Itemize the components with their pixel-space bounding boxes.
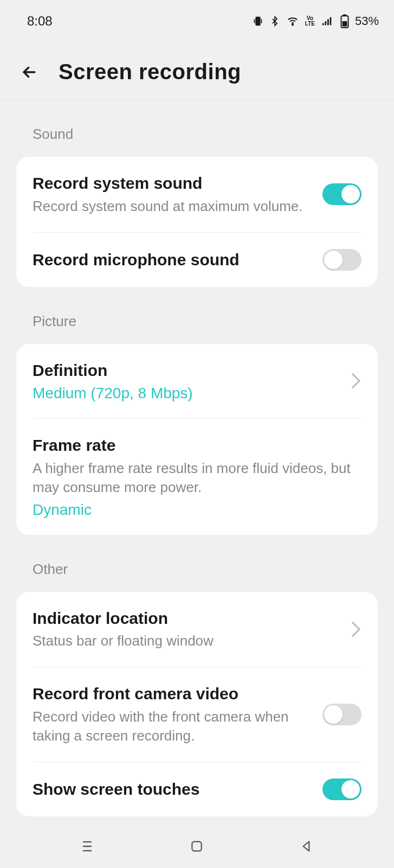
record-system-sound-toggle[interactable] — [322, 183, 361, 205]
frame-rate-value: Dynamic — [33, 501, 361, 519]
svg-rect-5 — [330, 17, 332, 25]
svg-rect-7 — [343, 15, 347, 16]
section-label-sound: Sound — [16, 100, 378, 157]
record-microphone-sound-toggle[interactable] — [322, 249, 361, 271]
row-record-system-sound[interactable]: Record system sound Record system sound … — [33, 157, 361, 232]
front-camera-title: Record front camera video — [33, 684, 312, 704]
indicator-location-title: Indicator location — [33, 608, 337, 629]
svg-point-1 — [292, 24, 293, 25]
card-sound: Record system sound Record system sound … — [16, 157, 378, 287]
record-system-sound-title: Record system sound — [33, 173, 312, 194]
svg-rect-4 — [327, 19, 329, 25]
wifi-icon — [286, 15, 300, 27]
svg-rect-2 — [322, 23, 324, 25]
signal-icon — [320, 15, 334, 27]
definition-value: Medium (720p, 8 Mbps) — [33, 385, 337, 402]
show-touches-title: Show screen touches — [33, 779, 312, 800]
volte-icon: VoLTE — [305, 16, 315, 27]
row-indicator-location[interactable]: Indicator location Status bar or floatin… — [33, 592, 361, 667]
row-record-front-camera[interactable]: Record front camera video Record video w… — [33, 667, 361, 762]
page-header: Screen recording — [0, 33, 394, 100]
record-microphone-sound-title: Record microphone sound — [33, 250, 312, 270]
svg-rect-0 — [256, 17, 260, 25]
battery-icon — [340, 14, 350, 28]
back-button[interactable] — [20, 62, 39, 82]
frame-rate-sub: A higher frame rate results in more flui… — [33, 459, 361, 497]
content: Sound Record system sound Record system … — [0, 100, 394, 816]
row-show-screen-touches[interactable]: Show screen touches — [33, 762, 361, 816]
status-time: 8:08 — [27, 14, 53, 29]
row-definition[interactable]: Definition Medium (720p, 8 Mbps) — [33, 344, 361, 419]
record-system-sound-sub: Record system sound at maximum volume. — [33, 197, 312, 216]
page-title: Screen recording — [59, 60, 241, 84]
svg-rect-12 — [192, 841, 202, 851]
nav-home-button[interactable] — [186, 835, 208, 857]
front-camera-sub: Record video with the front camera when … — [33, 707, 312, 745]
front-camera-toggle[interactable] — [322, 704, 361, 725]
definition-title: Definition — [33, 360, 337, 381]
status-bar: 8:08 VoLTE 53% — [0, 0, 394, 33]
nav-recents-button[interactable] — [76, 835, 98, 857]
show-touches-toggle[interactable] — [322, 778, 361, 800]
row-frame-rate[interactable]: Frame rate A higher frame rate results i… — [33, 418, 361, 535]
frame-rate-title: Frame rate — [33, 435, 361, 456]
nav-bar — [0, 825, 394, 868]
section-label-picture: Picture — [16, 287, 378, 344]
chevron-right-icon — [345, 622, 360, 637]
svg-rect-8 — [343, 21, 347, 27]
battery-percent: 53% — [355, 14, 379, 28]
section-label-other: Other — [16, 535, 378, 592]
chevron-right-icon — [345, 373, 360, 388]
card-picture: Definition Medium (720p, 8 Mbps) Frame r… — [16, 344, 378, 535]
svg-rect-3 — [325, 21, 326, 25]
status-icons: VoLTE 53% — [252, 14, 379, 28]
row-record-microphone-sound[interactable]: Record microphone sound — [33, 232, 361, 287]
nav-back-button[interactable] — [296, 835, 318, 857]
bluetooth-icon — [269, 15, 280, 27]
indicator-location-sub: Status bar or floating window — [33, 631, 337, 650]
vibrate-icon — [252, 15, 264, 27]
card-other: Indicator location Status bar or floatin… — [16, 592, 378, 816]
